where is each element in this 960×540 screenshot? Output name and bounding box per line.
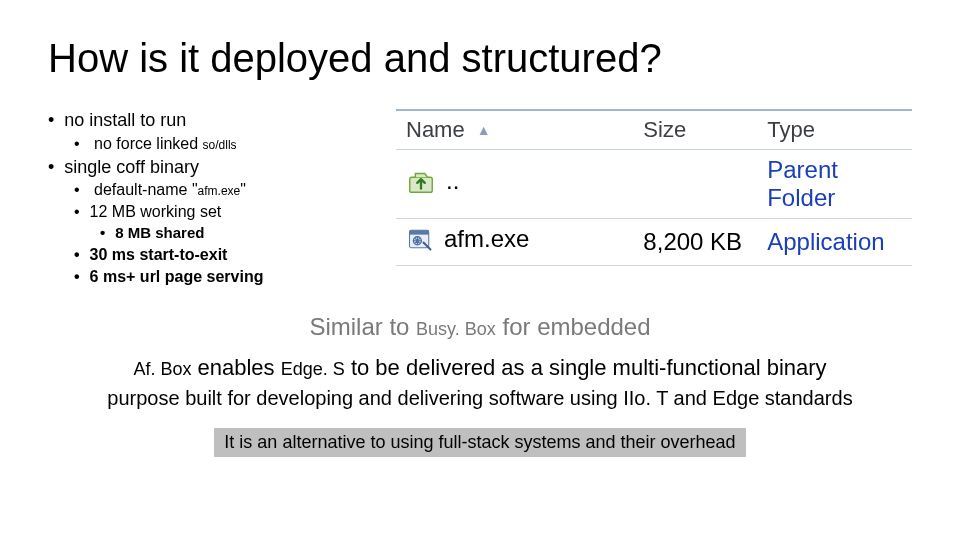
cell-name: .. <box>396 150 633 219</box>
bullet-text: default-name " <box>94 181 198 198</box>
bullet-small: so/dlls <box>203 138 237 152</box>
slide-title: How is it deployed and structured? <box>48 36 912 81</box>
bullet-l3: 8 MB shared <box>48 224 368 243</box>
bullet-l2: 6 ms+ url page serving <box>48 267 368 287</box>
bullet-text: 8 MB shared <box>115 224 204 241</box>
bullet-small: afm.exe <box>198 184 241 198</box>
cell-type: Application <box>757 219 912 266</box>
lower-text: Similar to Busy. Box for embedded Af. Bo… <box>48 313 912 457</box>
bullet-l2: default-name "afm.exe" <box>48 180 368 200</box>
alt-box: It is an alternative to using full-stack… <box>214 428 745 457</box>
text: Similar to <box>309 313 416 340</box>
file-table: Name ▲ Size Type <box>396 109 912 266</box>
col-header-type: Type <box>757 110 912 150</box>
bullet-text: " <box>240 181 246 198</box>
text-small: Edge. S <box>281 359 345 379</box>
bullet-text: no install to run <box>64 110 186 130</box>
similar-line: Similar to Busy. Box for embedded <box>48 313 912 341</box>
bullet-text: 6 ms+ url page serving <box>90 268 264 285</box>
sort-asc-icon: ▲ <box>477 122 491 138</box>
text-small: Busy. Box <box>416 319 496 339</box>
bullet-text: 30 ms start-to-exit <box>90 246 228 263</box>
cell-size: 8,200 KB <box>633 219 757 266</box>
table-row: afm.exe 8,200 KB Application <box>396 219 912 266</box>
table-header-row: Name ▲ Size Type <box>396 110 912 150</box>
text: enables <box>191 355 280 380</box>
bullet-l1: no install to run <box>48 109 368 132</box>
bullet-l1: single coff binary <box>48 156 368 179</box>
bullet-text: no force linked <box>94 135 203 152</box>
bullet-column: no install to run no force linked so/dll… <box>48 109 368 289</box>
cell-name: afm.exe <box>396 219 633 266</box>
text: to be delivered as a single multi-functi… <box>345 355 827 380</box>
table-row: .. Parent Folder <box>396 150 912 219</box>
bullet-text: single coff binary <box>64 157 199 177</box>
bullet-l2: 30 ms start-to-exit <box>48 245 368 265</box>
cell-type: Parent Folder <box>757 150 912 219</box>
text-small: Af. Box <box>133 359 191 379</box>
text: for embedded <box>496 313 651 340</box>
col-header-name: Name ▲ <box>396 110 633 150</box>
slide: How is it deployed and structured? no in… <box>0 0 960 540</box>
content-columns: no install to run no force linked so/dll… <box>48 109 912 289</box>
bullet-l2: 12 MB working set <box>48 202 368 222</box>
application-icon <box>406 225 434 253</box>
bullet-l2: no force linked so/dlls <box>48 134 368 154</box>
enable-line: Af. Box enables Edge. S to be delivered … <box>48 355 912 381</box>
parent-folder-icon <box>406 166 436 196</box>
cell-text: afm.exe <box>444 225 529 253</box>
col-header-size: Size <box>633 110 757 150</box>
file-table-column: Name ▲ Size Type <box>396 109 912 266</box>
cell-size <box>633 150 757 219</box>
bullet-text: 12 MB working set <box>90 203 222 220</box>
svg-rect-2 <box>410 230 429 234</box>
header-text: Name <box>406 117 465 142</box>
purpose-line: purpose built for developing and deliver… <box>48 387 912 410</box>
cell-text: .. <box>446 167 459 195</box>
